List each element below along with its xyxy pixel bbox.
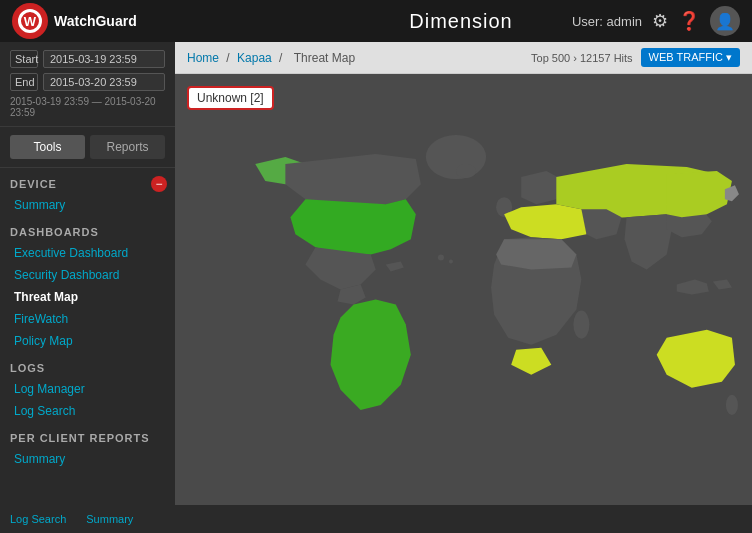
svg-point-7 (449, 259, 453, 263)
end-label: End (10, 73, 38, 91)
breadcrumb-home[interactable]: Home (187, 51, 219, 65)
dashboards-section-header: DASHBOARDS (0, 216, 175, 242)
sidebar-item-log-manager[interactable]: Log Manager (0, 378, 175, 400)
reports-button[interactable]: Reports (90, 135, 165, 159)
breadcrumb: Home / Kapaa / Threat Map (187, 51, 359, 65)
tools-button[interactable]: Tools (10, 135, 85, 159)
top-stats: Top 500 › 12157 Hits WEB TRAFFIC ▾ (531, 48, 740, 67)
sidebar-item-per-client-summary[interactable]: Summary (0, 448, 175, 470)
device-collapse-button[interactable]: − (151, 176, 167, 192)
breadcrumb-current: Threat Map (294, 51, 355, 65)
app-title: Dimension (409, 10, 512, 33)
date-range-text: 2015-03-19 23:59 — 2015-03-20 23:59 (10, 96, 165, 118)
end-date-value[interactable]: 2015-03-20 23:59 (43, 73, 165, 91)
logo-icon (12, 3, 48, 39)
breadcrumb-sep2: / (279, 51, 286, 65)
map-container: Unknown [2] (175, 74, 752, 505)
user-info: User: admin (572, 14, 642, 29)
logo-text: WatchGuard (54, 13, 137, 29)
sidebar-item-device-summary[interactable]: Summary (0, 194, 175, 216)
settings-icon[interactable]: ⚙ (652, 10, 668, 32)
help-icon[interactable]: ❓ (678, 10, 700, 32)
device-section: DEVICE − Summary (0, 168, 175, 216)
sidebar-item-security-dashboard[interactable]: Security Dashboard (0, 264, 175, 286)
dashboards-section: DASHBOARDS Executive Dashboard Security … (0, 216, 175, 352)
user-avatar[interactable]: 👤 (710, 6, 740, 36)
logs-section-header: LOGS (0, 352, 175, 378)
main-layout: Start 2015-03-19 23:59 End 2015-03-20 23… (0, 42, 752, 505)
breadcrumb-sep1: / (226, 51, 233, 65)
content-area: Home / Kapaa / Threat Map Top 500 › 1215… (175, 42, 752, 505)
top-stats-text: Top 500 › 12157 Hits (531, 52, 633, 64)
start-date-row: Start 2015-03-19 23:59 (10, 50, 165, 68)
per-client-section-header: PER CLIENT REPORTS (0, 422, 175, 448)
sidebar: Start 2015-03-19 23:59 End 2015-03-20 23… (0, 42, 175, 505)
svg-point-6 (438, 254, 444, 260)
start-date-value[interactable]: 2015-03-19 23:59 (43, 50, 165, 68)
content-header: Home / Kapaa / Threat Map Top 500 › 1215… (175, 42, 752, 74)
svg-point-4 (573, 311, 589, 339)
header-right: User: admin ⚙ ❓ 👤 (572, 6, 740, 36)
unknown-badge[interactable]: Unknown [2] (187, 86, 274, 110)
app-header: WatchGuard Dimension User: admin ⚙ ❓ 👤 (0, 0, 752, 42)
bottom-summary[interactable]: Summary (86, 513, 133, 525)
svg-point-1 (426, 135, 486, 179)
sidebar-item-threat-map[interactable]: Threat Map (0, 286, 175, 308)
logs-section: LOGS Log Manager Log Search (0, 352, 175, 422)
date-section: Start 2015-03-19 23:59 End 2015-03-20 23… (0, 42, 175, 127)
sidebar-item-firewatch[interactable]: FireWatch (0, 308, 175, 330)
svg-point-5 (726, 395, 738, 415)
start-label: Start (10, 50, 38, 68)
end-date-row: End 2015-03-20 23:59 (10, 73, 165, 91)
bottom-log-search[interactable]: Log Search (10, 513, 66, 525)
bottom-bar: Log Search Summary (0, 505, 752, 533)
world-map (175, 74, 752, 505)
logo-area: WatchGuard (12, 3, 137, 39)
svg-point-2 (456, 164, 476, 178)
sidebar-item-log-search[interactable]: Log Search (0, 400, 175, 422)
per-client-section: PER CLIENT REPORTS Summary (0, 422, 175, 470)
sidebar-buttons: Tools Reports (0, 127, 175, 168)
web-traffic-button[interactable]: WEB TRAFFIC ▾ (641, 48, 740, 67)
device-section-header: DEVICE (0, 168, 175, 194)
sidebar-item-policy-map[interactable]: Policy Map (0, 330, 175, 352)
breadcrumb-kapaa[interactable]: Kapaa (237, 51, 272, 65)
sidebar-item-executive-dashboard[interactable]: Executive Dashboard (0, 242, 175, 264)
